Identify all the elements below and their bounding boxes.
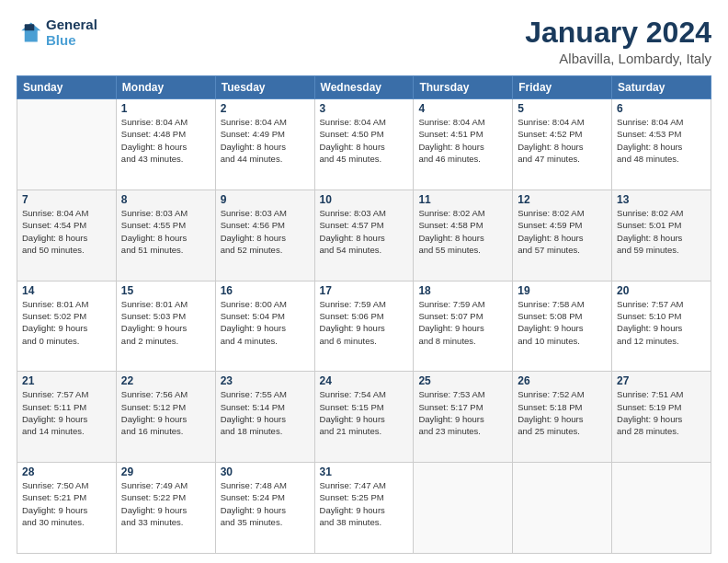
- day-number: 4: [418, 102, 507, 115]
- day-cell: 28Sunrise: 7:50 AM Sunset: 5:21 PM Dayli…: [17, 463, 117, 554]
- day-info: Sunrise: 8:02 AM Sunset: 4:58 PM Dayligh…: [418, 207, 507, 256]
- day-header-monday: Monday: [116, 76, 215, 99]
- day-cell: 18Sunrise: 7:59 AM Sunset: 5:07 PM Dayli…: [414, 281, 513, 372]
- day-number: 10: [320, 193, 409, 206]
- logo-icon: [17, 19, 42, 45]
- day-header-friday: Friday: [513, 76, 612, 99]
- day-info: Sunrise: 7:57 AM Sunset: 5:10 PM Dayligh…: [617, 298, 706, 347]
- day-cell: 22Sunrise: 7:56 AM Sunset: 5:12 PM Dayli…: [116, 372, 215, 463]
- day-number: 2: [221, 102, 310, 115]
- day-info: Sunrise: 8:02 AM Sunset: 4:59 PM Dayligh…: [518, 207, 607, 256]
- day-info: Sunrise: 7:48 AM Sunset: 5:24 PM Dayligh…: [221, 479, 310, 528]
- day-cell: 31Sunrise: 7:47 AM Sunset: 5:25 PM Dayli…: [314, 463, 414, 554]
- day-header-saturday: Saturday: [612, 76, 711, 99]
- day-info: Sunrise: 7:47 AM Sunset: 5:25 PM Dayligh…: [320, 479, 409, 528]
- day-header-sunday: Sunday: [17, 76, 117, 99]
- day-cell: 10Sunrise: 8:03 AM Sunset: 4:57 PM Dayli…: [314, 190, 414, 281]
- day-info: Sunrise: 7:59 AM Sunset: 5:07 PM Dayligh…: [418, 298, 507, 347]
- day-info: Sunrise: 8:01 AM Sunset: 5:03 PM Dayligh…: [121, 298, 210, 347]
- day-cell: 27Sunrise: 7:51 AM Sunset: 5:19 PM Dayli…: [612, 372, 711, 463]
- day-info: Sunrise: 8:04 AM Sunset: 4:51 PM Dayligh…: [418, 116, 507, 165]
- day-number: 21: [22, 374, 111, 387]
- day-info: Sunrise: 8:04 AM Sunset: 4:53 PM Dayligh…: [617, 116, 706, 165]
- day-info: Sunrise: 8:03 AM Sunset: 4:55 PM Dayligh…: [121, 207, 210, 256]
- page: General Blue January 2024 Albavilla, Lom…: [0, 0, 728, 563]
- day-number: 12: [518, 193, 607, 206]
- day-header-tuesday: Tuesday: [215, 76, 314, 99]
- day-cell: 21Sunrise: 7:57 AM Sunset: 5:11 PM Dayli…: [17, 372, 117, 463]
- day-number: 14: [22, 284, 111, 297]
- day-info: Sunrise: 8:04 AM Sunset: 4:50 PM Dayligh…: [320, 116, 409, 165]
- week-row-1: 1Sunrise: 8:04 AM Sunset: 4:48 PM Daylig…: [17, 99, 711, 190]
- day-number: 22: [121, 374, 210, 387]
- day-info: Sunrise: 8:02 AM Sunset: 5:01 PM Dayligh…: [617, 207, 706, 256]
- week-row-2: 7Sunrise: 8:04 AM Sunset: 4:54 PM Daylig…: [17, 190, 711, 281]
- day-number: 1: [121, 102, 210, 115]
- day-info: Sunrise: 7:52 AM Sunset: 5:18 PM Dayligh…: [518, 388, 607, 437]
- day-cell: 7Sunrise: 8:04 AM Sunset: 4:54 PM Daylig…: [17, 190, 117, 281]
- day-number: 25: [418, 374, 507, 387]
- day-cell: 5Sunrise: 8:04 AM Sunset: 4:52 PM Daylig…: [513, 99, 612, 190]
- week-row-4: 21Sunrise: 7:57 AM Sunset: 5:11 PM Dayli…: [17, 372, 711, 463]
- day-info: Sunrise: 7:51 AM Sunset: 5:19 PM Dayligh…: [617, 388, 706, 437]
- week-row-5: 28Sunrise: 7:50 AM Sunset: 5:21 PM Dayli…: [17, 463, 711, 554]
- day-number: 28: [22, 465, 111, 478]
- day-cell: 15Sunrise: 8:01 AM Sunset: 5:03 PM Dayli…: [116, 281, 215, 372]
- day-cell: [414, 463, 513, 554]
- svg-rect-1: [25, 25, 35, 31]
- logo: General Blue: [17, 17, 97, 49]
- calendar-header: SundayMondayTuesdayWednesdayThursdayFrid…: [17, 76, 711, 99]
- day-cell: 4Sunrise: 8:04 AM Sunset: 4:51 PM Daylig…: [414, 99, 513, 190]
- day-info: Sunrise: 8:04 AM Sunset: 4:49 PM Dayligh…: [221, 116, 310, 165]
- day-cell: 1Sunrise: 8:04 AM Sunset: 4:48 PM Daylig…: [116, 99, 215, 190]
- day-number: 7: [22, 193, 111, 206]
- day-number: 15: [121, 284, 210, 297]
- subtitle: Albavilla, Lombardy, Italy: [525, 51, 711, 66]
- day-cell: 30Sunrise: 7:48 AM Sunset: 5:24 PM Dayli…: [215, 463, 314, 554]
- day-info: Sunrise: 7:56 AM Sunset: 5:12 PM Dayligh…: [121, 388, 210, 437]
- day-info: Sunrise: 7:50 AM Sunset: 5:21 PM Dayligh…: [22, 479, 111, 528]
- day-number: 20: [617, 284, 706, 297]
- day-number: 16: [221, 284, 310, 297]
- day-cell: 25Sunrise: 7:53 AM Sunset: 5:17 PM Dayli…: [414, 372, 513, 463]
- calendar-table: SundayMondayTuesdayWednesdayThursdayFrid…: [17, 75, 711, 554]
- day-number: 23: [221, 374, 310, 387]
- day-cell: 23Sunrise: 7:55 AM Sunset: 5:14 PM Dayli…: [215, 372, 314, 463]
- day-number: 30: [221, 465, 310, 478]
- day-cell: 24Sunrise: 7:54 AM Sunset: 5:15 PM Dayli…: [314, 372, 414, 463]
- title-block: January 2024 Albavilla, Lombardy, Italy: [525, 17, 711, 66]
- logo-text-line2: Blue: [46, 32, 97, 48]
- day-cell: [612, 463, 711, 554]
- day-header-wednesday: Wednesday: [314, 76, 414, 99]
- logo-text-line1: General: [46, 17, 97, 32]
- day-info: Sunrise: 8:04 AM Sunset: 4:48 PM Dayligh…: [121, 116, 210, 165]
- day-cell: 17Sunrise: 7:59 AM Sunset: 5:06 PM Dayli…: [314, 281, 414, 372]
- day-cell: 29Sunrise: 7:49 AM Sunset: 5:22 PM Dayli…: [116, 463, 215, 554]
- day-cell: 2Sunrise: 8:04 AM Sunset: 4:49 PM Daylig…: [215, 99, 314, 190]
- day-cell: 8Sunrise: 8:03 AM Sunset: 4:55 PM Daylig…: [116, 190, 215, 281]
- day-info: Sunrise: 8:03 AM Sunset: 4:56 PM Dayligh…: [221, 207, 310, 256]
- day-info: Sunrise: 8:04 AM Sunset: 4:54 PM Dayligh…: [22, 207, 111, 256]
- day-number: 18: [418, 284, 507, 297]
- day-cell: 11Sunrise: 8:02 AM Sunset: 4:58 PM Dayli…: [414, 190, 513, 281]
- day-info: Sunrise: 7:54 AM Sunset: 5:15 PM Dayligh…: [320, 388, 409, 437]
- day-cell: 12Sunrise: 8:02 AM Sunset: 4:59 PM Dayli…: [513, 190, 612, 281]
- day-info: Sunrise: 7:58 AM Sunset: 5:08 PM Dayligh…: [518, 298, 607, 347]
- day-cell: 26Sunrise: 7:52 AM Sunset: 5:18 PM Dayli…: [513, 372, 612, 463]
- day-info: Sunrise: 7:59 AM Sunset: 5:06 PM Dayligh…: [320, 298, 409, 347]
- day-info: Sunrise: 8:04 AM Sunset: 4:52 PM Dayligh…: [518, 116, 607, 165]
- day-number: 6: [617, 102, 706, 115]
- day-cell: 13Sunrise: 8:02 AM Sunset: 5:01 PM Dayli…: [612, 190, 711, 281]
- day-cell: 16Sunrise: 8:00 AM Sunset: 5:04 PM Dayli…: [215, 281, 314, 372]
- day-cell: 6Sunrise: 8:04 AM Sunset: 4:53 PM Daylig…: [612, 99, 711, 190]
- day-info: Sunrise: 7:55 AM Sunset: 5:14 PM Dayligh…: [221, 388, 310, 437]
- day-cell: 3Sunrise: 8:04 AM Sunset: 4:50 PM Daylig…: [314, 99, 414, 190]
- day-cell: 9Sunrise: 8:03 AM Sunset: 4:56 PM Daylig…: [215, 190, 314, 281]
- day-cell: [513, 463, 612, 554]
- day-info: Sunrise: 7:49 AM Sunset: 5:22 PM Dayligh…: [121, 479, 210, 528]
- day-cell: 19Sunrise: 7:58 AM Sunset: 5:08 PM Dayli…: [513, 281, 612, 372]
- day-number: 26: [518, 374, 607, 387]
- week-row-3: 14Sunrise: 8:01 AM Sunset: 5:02 PM Dayli…: [17, 281, 711, 372]
- main-title: January 2024: [525, 17, 711, 49]
- day-number: 3: [320, 102, 409, 115]
